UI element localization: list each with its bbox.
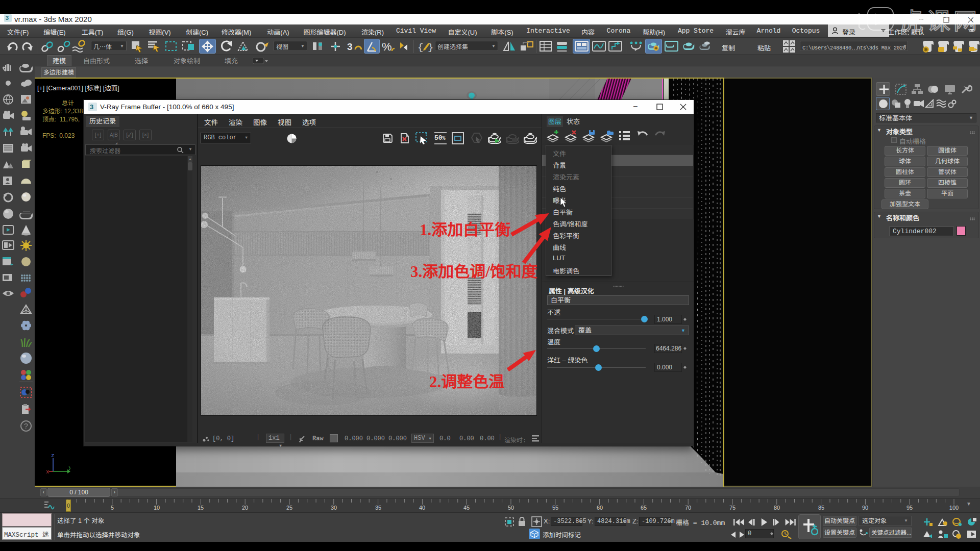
svg-text:y: y	[68, 464, 70, 470]
svg-text:?: ?	[24, 422, 28, 430]
svg-text:+: +	[10, 261, 13, 267]
svg-text:3: 3	[90, 103, 93, 111]
svg-text:%: %	[382, 40, 392, 53]
svg-text:3: 3	[347, 41, 353, 52]
svg-text:虎课网: 虎课网	[900, 3, 977, 34]
svg-text:{: {	[418, 42, 423, 53]
svg-text:z: z	[51, 453, 55, 459]
svg-text:3: 3	[6, 15, 9, 21]
svg-text:x: x	[46, 469, 50, 475]
